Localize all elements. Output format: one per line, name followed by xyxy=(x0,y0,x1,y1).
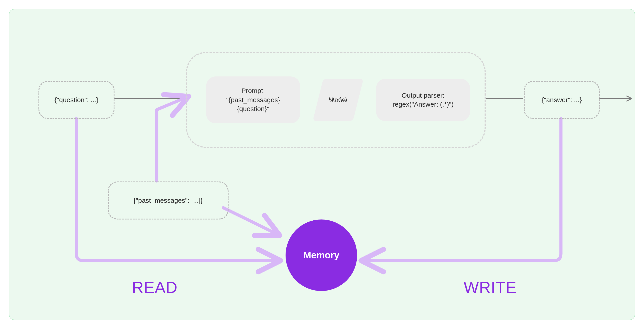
prompt-line2: "{past_messages} xyxy=(226,95,280,105)
input-question-node: {"question": ...} xyxy=(38,81,114,119)
past-messages-label: {"past_messages": [...]} xyxy=(134,196,203,205)
model-node: Model xyxy=(318,79,358,121)
input-question-label: {"question": ...} xyxy=(54,95,98,105)
prompt-line1: Prompt: xyxy=(241,86,265,95)
parser-line1: Output parser: xyxy=(402,91,444,100)
read-label: READ xyxy=(126,278,184,298)
memory-label: Memory xyxy=(303,249,339,262)
parser-line2: regex("Answer: (.*)") xyxy=(392,100,454,109)
prompt-node: Prompt: "{past_messages} {question}" xyxy=(206,76,300,123)
diagram-canvas: {"question": ...} Prompt: "{past_message… xyxy=(9,9,635,320)
prompt-line3: {question}" xyxy=(237,104,269,114)
memory-node: Memory xyxy=(286,220,357,291)
output-answer-node: {"answer": ...} xyxy=(524,81,600,119)
model-label: Model xyxy=(328,95,348,105)
output-parser-node: Output parser: regex("Answer: (.*)") xyxy=(376,79,470,121)
past-messages-node: {"past_messages": [...]} xyxy=(108,181,228,220)
output-answer-label: {"answer": ...} xyxy=(542,95,582,105)
write-label: WRITE xyxy=(456,278,524,298)
